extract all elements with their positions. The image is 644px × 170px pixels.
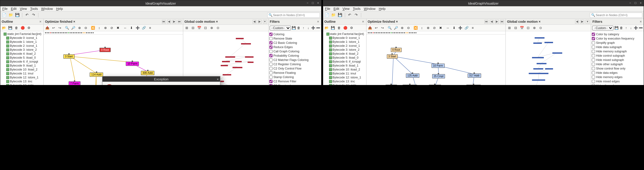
nav-first-icon[interactable]: ⏮ bbox=[162, 20, 166, 24]
tree-item[interactable]: Bytecode 4: iload_2 bbox=[0, 52, 43, 56]
timeline-dot[interactable] bbox=[399, 32, 400, 33]
filter-checkbox[interactable] bbox=[269, 45, 272, 49]
menu-help[interactable]: Help bbox=[379, 7, 386, 11]
graph-tool-16[interactable]: ⬇ bbox=[129, 25, 134, 31]
timeline-dot[interactable] bbox=[394, 32, 395, 33]
timeline-dot[interactable] bbox=[382, 32, 384, 33]
filter-checkbox[interactable] bbox=[592, 67, 595, 70]
filter-item[interactable]: Reduce Edges bbox=[269, 45, 320, 49]
graph-node[interactable]: 114 Addi bbox=[90, 72, 103, 77]
timeline-dot[interactable] bbox=[404, 32, 405, 33]
filter-checkbox[interactable] bbox=[269, 37, 272, 40]
new-button[interactable]: 📄 bbox=[2, 12, 7, 18]
timeline-dot[interactable] bbox=[406, 32, 406, 33]
menu-edit[interactable]: Edit bbox=[11, 7, 16, 11]
timeline-dot[interactable] bbox=[70, 32, 70, 33]
graph-tool-9[interactable]: 🔀 bbox=[90, 25, 96, 31]
graph-tool-0[interactable]: 📤 bbox=[367, 25, 372, 31]
timeline-dot[interactable] bbox=[60, 32, 61, 33]
graph-tool-13[interactable]: ✖ bbox=[115, 25, 120, 31]
undo-button[interactable]: ↶ bbox=[24, 12, 30, 18]
filter-checkbox[interactable] bbox=[269, 71, 272, 74]
nav-next-icon[interactable]: ▶ bbox=[580, 20, 584, 24]
timeline-dot[interactable] bbox=[78, 32, 79, 33]
timeline-dot[interactable] bbox=[45, 32, 46, 33]
close-icon[interactable]: × bbox=[639, 2, 642, 5]
menu-tools[interactable]: Tools bbox=[30, 7, 38, 11]
minimap-block[interactable] bbox=[232, 67, 242, 68]
graph-tool-18[interactable]: 🔗 bbox=[141, 25, 146, 31]
tree-root[interactable]: static jint Factorial.fac(jint) bbox=[0, 32, 43, 36]
menu-view[interactable]: View bbox=[20, 7, 27, 11]
tree-item[interactable]: Bytecode 0: iconst_1 bbox=[0, 36, 43, 40]
timeline-dot[interactable] bbox=[410, 32, 411, 33]
graph-tool-6[interactable]: ⊕ bbox=[400, 25, 405, 31]
graph-tool-4[interactable]: 🔍 bbox=[387, 25, 392, 31]
minimap-tool-0[interactable]: ⊞ bbox=[184, 25, 189, 31]
open-button[interactable]: 📁 bbox=[331, 12, 336, 18]
timeline-dot[interactable] bbox=[89, 32, 90, 33]
tree-item[interactable]: Bytecode 11: imul bbox=[0, 71, 43, 75]
outline-tool-3[interactable]: 🔴 bbox=[20, 25, 25, 31]
filter-item[interactable]: C2 Matcher Flags Coloring bbox=[269, 58, 320, 62]
minimap-tool-4[interactable]: ⊕ bbox=[532, 25, 537, 31]
graph-tool-0[interactable]: 📤 bbox=[45, 25, 50, 31]
filter-item[interactable]: Hide other edges bbox=[592, 83, 643, 85]
tree-item[interactable]: Bytecode 9: iload_1 bbox=[323, 64, 366, 67]
node-search[interactable]: 🔍 bbox=[590, 12, 642, 18]
filter-checkbox[interactable] bbox=[269, 50, 272, 53]
filter-checkbox[interactable] bbox=[269, 41, 272, 44]
filter-checkbox[interactable] bbox=[592, 45, 595, 49]
graph-node[interactable]: 306 Addi bbox=[141, 71, 154, 75]
tree-item[interactable]: Bytecode 4: iload_2 bbox=[323, 52, 366, 56]
nav-prev-icon[interactable]: ◀ bbox=[252, 20, 256, 24]
minimap-tool-2[interactable]: 📅 bbox=[519, 25, 524, 31]
filter-checkbox[interactable] bbox=[269, 54, 272, 57]
graph-node[interactable]: 10 Parm bbox=[126, 62, 139, 66]
timeline-dot[interactable] bbox=[71, 32, 72, 33]
timeline-dot[interactable] bbox=[384, 32, 385, 33]
timeline-dot[interactable] bbox=[372, 32, 374, 33]
graph-tool-7[interactable]: ⊖ bbox=[406, 25, 411, 31]
open-button[interactable]: 📁 bbox=[8, 12, 14, 18]
minimap-block[interactable] bbox=[533, 43, 542, 44]
minimap-tool-1[interactable]: ⊟ bbox=[190, 25, 196, 31]
tree-item[interactable]: Bytecode 11: imul bbox=[323, 71, 366, 75]
minimap-block[interactable] bbox=[536, 63, 546, 64]
minimap-block[interactable] bbox=[544, 42, 553, 43]
close-icon[interactable]: × bbox=[362, 20, 365, 23]
nav-next-icon[interactable]: ▶ bbox=[258, 20, 262, 24]
save-button[interactable]: 💾 bbox=[338, 12, 343, 18]
graph-tool-5[interactable]: 🔎 bbox=[70, 25, 76, 31]
timeline-dot[interactable] bbox=[68, 32, 69, 33]
filter-profile-select[interactable]: --Custom-- bbox=[270, 26, 291, 30]
filter-tool-5[interactable]: ➖ bbox=[639, 25, 643, 31]
graph-timeline[interactable] bbox=[44, 31, 183, 35]
outline-tool-4[interactable]: ⚙ bbox=[349, 25, 354, 31]
graph-tool-11[interactable]: ⊗ bbox=[103, 25, 108, 31]
timeline-dot[interactable] bbox=[80, 32, 80, 33]
minimap-block[interactable] bbox=[532, 57, 544, 58]
filter-item[interactable]: Stamp Coloring bbox=[269, 75, 320, 79]
tree-item[interactable]: Bytecode 12: istore_1 bbox=[323, 75, 366, 79]
filter-item[interactable]: Remove Floating bbox=[269, 70, 320, 75]
filter-tool-2[interactable]: ↑ bbox=[302, 25, 305, 31]
minimap-tool-1[interactable]: ⊟ bbox=[513, 25, 518, 31]
filter-tool-4[interactable]: ➕ bbox=[311, 25, 315, 31]
tree-item[interactable]: Bytecode 6: if_icmpgt bbox=[323, 60, 366, 64]
graph-tool-16[interactable]: ⬇ bbox=[452, 25, 457, 31]
timeline-dot[interactable] bbox=[50, 32, 51, 33]
graph-tool-17[interactable]: ➕ bbox=[458, 25, 463, 31]
filter-item[interactable]: Hide data subgraph bbox=[592, 45, 643, 49]
minimap-tool-0[interactable]: ⊞ bbox=[507, 25, 512, 31]
timeline-dot[interactable] bbox=[53, 32, 54, 33]
timeline-dot[interactable] bbox=[76, 32, 77, 33]
graph-node[interactable]: 5 Parm bbox=[386, 85, 397, 85]
timeline-dot[interactable] bbox=[56, 32, 58, 33]
tree-item[interactable]: Bytecode 0: iconst_1 bbox=[323, 36, 366, 40]
filter-tool-1[interactable]: 🗑 bbox=[297, 25, 300, 31]
graph-tool-10[interactable]: ↕ bbox=[96, 25, 102, 31]
filter-tool-2[interactable]: ↑ bbox=[624, 25, 628, 31]
graph-tool-2[interactable]: ↪ bbox=[57, 25, 62, 31]
graph-node[interactable]: 282 Cmpl bbox=[466, 85, 481, 85]
